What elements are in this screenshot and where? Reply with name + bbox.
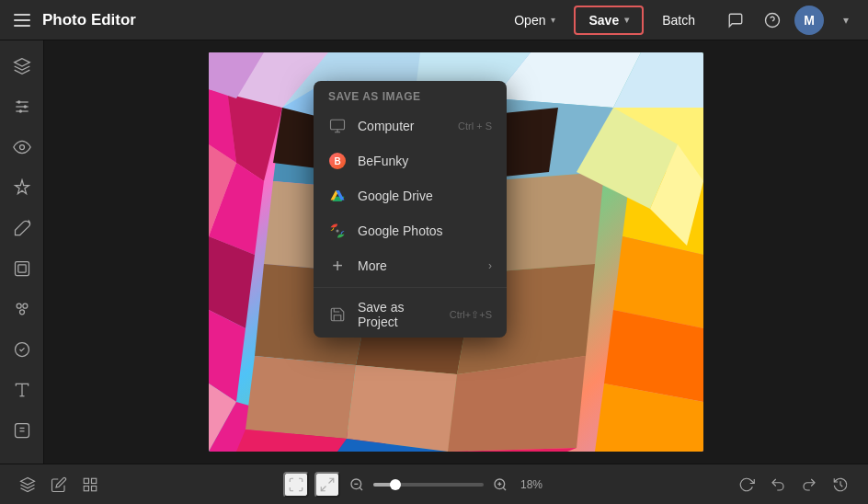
sidebar-item-text[interactable] bbox=[4, 372, 40, 408]
topbar-right: M ▾ bbox=[721, 6, 861, 35]
zoom-controls: 18% bbox=[283, 472, 546, 498]
svg-point-12 bbox=[22, 304, 27, 308]
fit-zoom-button[interactable] bbox=[283, 472, 309, 498]
more-arrow: › bbox=[488, 259, 492, 272]
befunky-label: BeFunky bbox=[358, 154, 492, 168]
zoom-percent: 18% bbox=[517, 478, 546, 491]
zoom-in-button[interactable] bbox=[489, 474, 511, 496]
svg-point-6 bbox=[23, 105, 26, 108]
sidebar-item-badge[interactable] bbox=[4, 331, 40, 368]
sidebar-item-sticker[interactable] bbox=[4, 412, 40, 449]
computer-icon bbox=[328, 117, 347, 135]
main-area: Save as Image Computer Ctrl + S B BeFunk… bbox=[0, 40, 868, 464]
dropdown-item-save-project[interactable]: Save as Project Ctrl+⇧+S bbox=[314, 292, 507, 338]
gdrive-label: Google Drive bbox=[358, 189, 492, 203]
sidebar-item-brush[interactable] bbox=[4, 210, 40, 246]
dropdown-item-gdrive[interactable]: Google Drive bbox=[314, 178, 507, 213]
sidebar-item-layers[interactable] bbox=[4, 48, 40, 85]
svg-line-74 bbox=[329, 478, 334, 483]
user-menu-caret-button[interactable]: ▾ bbox=[831, 6, 861, 35]
gphotos-label: Google Photos bbox=[358, 223, 492, 238]
canvas-area: Save as Image Computer Ctrl + S B BeFunk… bbox=[44, 40, 868, 464]
app-title: Photo Editor bbox=[42, 11, 136, 29]
edit-bottom-icon[interactable] bbox=[46, 472, 72, 498]
zoom-thumb bbox=[390, 479, 401, 490]
svg-line-77 bbox=[360, 487, 362, 490]
zoom-slider[interactable] bbox=[373, 483, 484, 487]
svg-point-8 bbox=[19, 145, 24, 150]
svg-rect-71 bbox=[92, 478, 97, 483]
svg-marker-48 bbox=[246, 356, 356, 439]
chat-icon-button[interactable] bbox=[721, 6, 750, 35]
svg-line-80 bbox=[503, 487, 506, 490]
history-icon-button[interactable] bbox=[828, 472, 853, 498]
topbar: Photo Editor Open ▾ Save ▾ Batch M ▾ bbox=[0, 0, 868, 40]
dropdown-item-more[interactable]: + More › bbox=[314, 248, 507, 283]
help-icon-button[interactable] bbox=[758, 6, 787, 35]
dropdown-divider bbox=[314, 287, 507, 288]
plus-icon: + bbox=[328, 257, 347, 275]
svg-rect-17 bbox=[15, 424, 29, 438]
bottombar: 18% bbox=[0, 464, 868, 504]
user-avatar-button[interactable]: M bbox=[794, 6, 824, 35]
sidebar-item-adjustments[interactable] bbox=[4, 88, 40, 125]
svg-rect-9 bbox=[15, 262, 29, 276]
redo-icon-button[interactable] bbox=[796, 472, 822, 498]
more-label: More bbox=[358, 258, 477, 273]
svg-point-0 bbox=[766, 13, 780, 27]
bottom-right-tools bbox=[734, 472, 853, 498]
dropdown-item-befunky[interactable]: B BeFunky bbox=[314, 143, 507, 178]
layers-bottom-icon[interactable] bbox=[15, 472, 40, 498]
batch-button[interactable]: Batch bbox=[649, 6, 708, 35]
dropdown-item-gphotos[interactable]: Google Photos bbox=[314, 213, 507, 248]
dropdown-item-computer[interactable]: Computer Ctrl + S bbox=[314, 109, 507, 143]
svg-point-11 bbox=[17, 304, 21, 308]
svg-rect-66 bbox=[331, 120, 345, 130]
open-button[interactable]: Open ▾ bbox=[501, 6, 568, 35]
batch-label: Batch bbox=[662, 13, 695, 28]
save-project-shortcut: Ctrl+⇧+S bbox=[450, 309, 492, 321]
sidebar-item-magic[interactable] bbox=[4, 169, 40, 206]
save-project-icon bbox=[328, 305, 347, 324]
expand-zoom-button[interactable] bbox=[314, 472, 340, 498]
svg-point-13 bbox=[19, 310, 24, 315]
svg-rect-72 bbox=[84, 486, 88, 490]
svg-rect-10 bbox=[17, 265, 25, 272]
save-label: Save bbox=[588, 13, 619, 28]
grid-bottom-icon[interactable] bbox=[77, 472, 103, 498]
left-sidebar bbox=[0, 40, 44, 464]
svg-rect-73 bbox=[92, 486, 97, 490]
menu-icon[interactable] bbox=[7, 6, 37, 35]
befunky-icon: B bbox=[328, 152, 347, 170]
refresh-icon-button[interactable] bbox=[734, 472, 760, 498]
dropdown-header: Save as Image bbox=[314, 81, 507, 109]
sidebar-item-frame[interactable] bbox=[4, 250, 40, 287]
sidebar-item-eye[interactable] bbox=[4, 129, 40, 166]
sidebar-item-group[interactable] bbox=[4, 291, 40, 327]
save-project-label: Save as Project bbox=[358, 300, 439, 329]
save-caret: ▾ bbox=[624, 15, 629, 25]
save-button[interactable]: Save ▾ bbox=[574, 6, 644, 35]
open-label: Open bbox=[514, 13, 545, 28]
undo-icon-button[interactable] bbox=[765, 472, 791, 498]
svg-rect-70 bbox=[84, 478, 88, 483]
svg-point-7 bbox=[18, 109, 21, 112]
open-caret: ▾ bbox=[551, 15, 555, 25]
gphotos-icon bbox=[328, 222, 347, 240]
svg-marker-49 bbox=[347, 365, 457, 452]
svg-line-75 bbox=[321, 486, 326, 490]
gdrive-icon bbox=[328, 187, 347, 205]
save-dropdown: Save as Image Computer Ctrl + S B BeFunk… bbox=[314, 81, 507, 338]
zoom-out-button[interactable] bbox=[346, 474, 368, 496]
svg-point-69 bbox=[337, 230, 339, 233]
computer-label: Computer bbox=[358, 119, 447, 133]
computer-shortcut: Ctrl + S bbox=[458, 120, 492, 132]
bottom-left-tools bbox=[15, 472, 103, 498]
svg-point-5 bbox=[17, 100, 20, 103]
